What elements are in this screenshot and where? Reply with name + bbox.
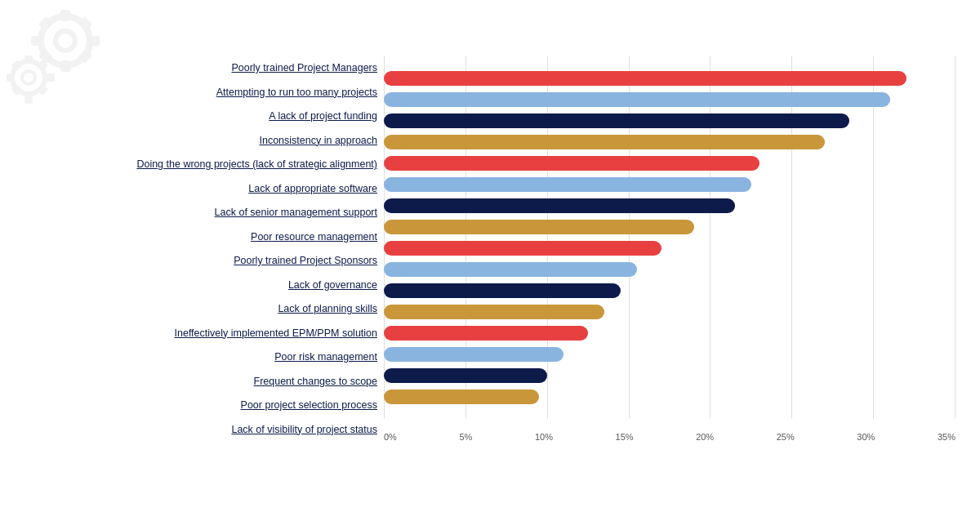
axis-tick-4: 20% (696, 432, 714, 442)
bar-label-13: Frequent changes to scope (8, 376, 377, 388)
svg-rect-4 (31, 36, 42, 46)
axis-tick-1: 5% (459, 432, 472, 442)
bar-row-8 (384, 239, 956, 257)
chart-container: Poorly trained Project ManagersAttemptin… (0, 0, 980, 512)
bar-row-15 (384, 388, 956, 406)
svg-rect-2 (60, 10, 70, 21)
bar-label-4: Doing the wrong projects (lack of strate… (8, 158, 377, 171)
bar-4 (384, 156, 760, 171)
svg-rect-13 (24, 96, 33, 104)
bar-row-9 (384, 260, 956, 278)
bar-8 (384, 241, 662, 256)
axis-tick-2: 10% (535, 432, 553, 442)
bar-row-7 (384, 218, 956, 236)
axis-tick-6: 30% (857, 432, 875, 442)
svg-rect-5 (88, 36, 100, 46)
bar-label-12: Poor risk management (8, 351, 377, 363)
axis-tick-5: 25% (777, 432, 795, 442)
bar-row-0 (384, 69, 956, 87)
bar-3 (384, 135, 825, 149)
bar-label-6: Lack of senior management support (8, 207, 377, 219)
bar-row-14 (384, 367, 956, 385)
axis-tick-3: 15% (616, 432, 634, 442)
bar-label-15: Lack of visibility of project status (8, 424, 377, 436)
svg-point-11 (22, 71, 35, 84)
axis-labels: 0%5%10%15%20%25%30%35% (384, 432, 956, 442)
bar-6 (384, 198, 735, 213)
svg-rect-15 (47, 73, 55, 82)
bar-10 (384, 283, 621, 298)
bar-row-4 (384, 154, 956, 172)
bar-1 (384, 92, 890, 107)
bar-row-6 (384, 197, 956, 215)
bar-0 (384, 71, 906, 86)
bar-11 (384, 305, 604, 319)
bar-row-13 (384, 345, 956, 363)
bar-row-2 (384, 112, 956, 130)
bar-row-10 (384, 282, 956, 300)
bars-column: 0%5%10%15%20%25%30%35% (384, 56, 956, 442)
chart-title (8, 20, 956, 48)
bar-label-9: Lack of governance (8, 279, 377, 292)
labels-column: Poorly trained Project ManagersAttemptin… (8, 56, 384, 442)
bar-row-11 (384, 303, 956, 321)
bar-label-11: Ineffectively implemented EPM/PPM soluti… (8, 327, 377, 340)
bar-row-12 (384, 324, 956, 342)
bar-5 (384, 177, 751, 192)
bar-13 (384, 347, 564, 362)
bar-label-5: Lack of appropriate software (8, 183, 377, 195)
bar-label-2: A lack of project funding (8, 110, 377, 122)
bar-label-8: Poorly trained Project Sponsors (8, 255, 377, 267)
bar-row-1 (384, 91, 956, 109)
bar-2 (384, 114, 849, 128)
bar-label-10: Lack of planning skills (8, 303, 377, 315)
svg-point-1 (56, 31, 75, 51)
gear-decoration-icon (0, 0, 147, 106)
svg-rect-14 (7, 73, 15, 82)
svg-rect-19 (38, 85, 48, 96)
bar-label-3: Inconsistency in approach (8, 135, 377, 147)
chart-title-area (8, 16, 956, 48)
bar-14 (384, 368, 547, 383)
axis-tick-0: 0% (384, 432, 397, 442)
bar-9 (384, 262, 637, 277)
bar-row-3 (384, 133, 956, 151)
chart-body: Poorly trained Project ManagersAttemptin… (8, 56, 956, 442)
bar-label-7: Poor resource management (8, 231, 377, 243)
axis-tick-7: 35% (938, 432, 956, 442)
bar-12 (384, 326, 588, 341)
bar-15 (384, 390, 539, 404)
bar-row-5 (384, 176, 956, 194)
bar-7 (384, 220, 694, 234)
bar-label-14: Poor project selection process (8, 399, 377, 412)
svg-rect-12 (24, 56, 33, 64)
svg-rect-3 (60, 60, 70, 72)
